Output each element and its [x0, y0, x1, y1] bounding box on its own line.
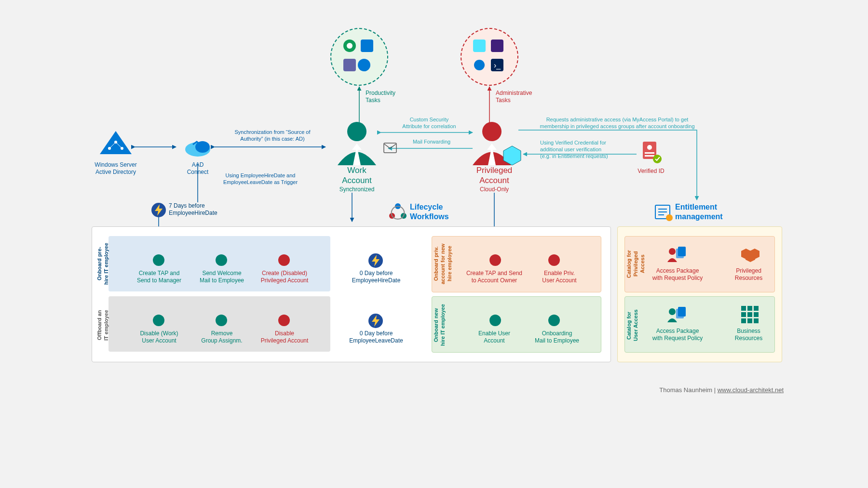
productivity-circle — [330, 28, 388, 86]
row1-dot-c — [278, 254, 290, 266]
svg-point-55 — [666, 214, 673, 221]
diagram-canvas: { "top": { "productivity_label": "Produc… — [80, 0, 788, 398]
timer2-label: 0 Day before EmployeeHireDate — [345, 270, 407, 284]
svg-point-33 — [347, 122, 366, 141]
svg-marker-35 — [352, 144, 362, 150]
svg-rect-75 — [741, 318, 746, 323]
entitlement-title: Entitlement management — [675, 202, 747, 222]
row4-dot-b — [548, 315, 560, 326]
row3-b: Enable Priv. User Account — [528, 270, 591, 284]
row2-dot-a — [153, 315, 164, 326]
cat2-b: Business Resources — [726, 328, 772, 342]
verified-id-icon — [639, 140, 663, 168]
priv-account-icon — [465, 119, 523, 167]
mail-fwd-label: Mail Forwarding — [407, 139, 456, 145]
cat1-label: Catalog for Privileged Access — [626, 240, 646, 288]
work-account-title: Work Account Synchronized — [326, 165, 388, 193]
aad-label: AAD Connect — [183, 161, 212, 176]
row1-c: Create (Disabled) Privileged Account — [253, 270, 316, 284]
row2-label: Offboard an IT employee — [96, 303, 110, 347]
lifecycle-title: Lifecycle Workflows — [410, 202, 463, 222]
row3-a: Create TAP and Send to Account Owner — [461, 270, 528, 284]
svg-rect-72 — [741, 312, 746, 317]
trigger-label: Using EmployeeHireDate and EmployeeLeave… — [212, 172, 309, 186]
svg-marker-39 — [487, 144, 497, 150]
work-sub: Synchronized — [326, 186, 388, 193]
row2-b: Remove Group Assignm. — [190, 330, 253, 344]
productivity-label: Productivity Tasks — [366, 90, 395, 104]
sync-label: Synchronization from “Source of Authorit… — [222, 129, 323, 143]
svg-point-66 — [669, 308, 676, 315]
svg-rect-20 — [473, 40, 486, 52]
custom-sec-label: Custom Security Attribute for correlatio… — [393, 117, 465, 130]
requests-label: Requests administrative access (via MyAc… — [530, 117, 704, 130]
svg-rect-70 — [747, 306, 752, 311]
verified-cred-label: Using Verified Credential for additional… — [540, 140, 632, 159]
svg-point-45 — [653, 155, 662, 163]
windows-server-ad-icon — [99, 130, 133, 160]
row2-dot-c — [278, 315, 290, 326]
site: www.cloud-architekt.net — [718, 386, 784, 394]
envelope-icon — [383, 143, 397, 155]
svg-rect-44 — [645, 155, 654, 157]
svg-rect-62 — [678, 247, 686, 256]
lifecycle-icon — [388, 202, 407, 223]
timer3-label: 0 Day before EmployeeLeaveDate — [345, 330, 407, 344]
priv-account-title: Privileged Account Cloud-Only — [461, 165, 528, 193]
svg-rect-36 — [384, 143, 396, 153]
cat2-a: Access Package with Request Policy — [644, 328, 711, 342]
row1-dot-b — [216, 254, 227, 266]
cat2-icon-b — [741, 306, 759, 325]
entitlement-icon — [653, 202, 673, 223]
row4-dot-a — [489, 315, 501, 326]
verified-id-label: Verified ID — [632, 168, 670, 175]
attribution: Thomas Naunheim | www.cloud-architekt.ne… — [659, 386, 784, 394]
svg-rect-43 — [645, 152, 654, 154]
priv-sub: Cloud-Only — [461, 186, 528, 193]
svg-point-37 — [482, 122, 502, 141]
row1-dot-a — [153, 254, 164, 266]
svg-rect-76 — [747, 318, 752, 323]
row2-a: Disable (Work) User Account — [128, 330, 190, 344]
svg-rect-68 — [678, 307, 686, 317]
row2-dot-b — [216, 315, 227, 326]
timer1-icon — [151, 202, 166, 219]
cat1-a: Access Package with Request Policy — [644, 267, 711, 282]
row4-b: Onboarding Mail to Employee — [523, 330, 591, 344]
row3-dot-b — [548, 254, 560, 266]
svg-point-60 — [669, 248, 676, 255]
ad-label: Windows Server Active Directory — [89, 161, 142, 176]
row4-label: Onboard new hire IT employee — [433, 301, 447, 349]
timer1-label: 7 Days before EmployeeHireDate — [169, 202, 231, 217]
timer3-icon — [368, 313, 383, 330]
cat1-b: Privileged Resources — [726, 267, 772, 282]
aad-connect-icon — [183, 135, 212, 160]
row1-label: Onboard pre- hire IT employee — [96, 241, 110, 287]
priv-title: Privileged Account — [461, 165, 528, 186]
svg-rect-19 — [343, 59, 356, 71]
svg-point-42 — [647, 145, 652, 150]
admin-circle: ›_ — [461, 28, 518, 86]
svg-rect-69 — [741, 306, 746, 311]
svg-rect-21 — [491, 40, 503, 52]
row2-c: Disable Privileged Account — [253, 330, 316, 344]
cat1-icon-b — [740, 246, 760, 265]
cat2-icon-a — [665, 306, 686, 326]
svg-rect-77 — [754, 318, 759, 323]
row3-label: Onboard priv. account for new hire emplo… — [433, 238, 453, 289]
cat2-label: Catalog for User Access — [626, 303, 639, 348]
admin-label: Administrative Tasks — [496, 90, 532, 104]
work-account-icon — [330, 119, 383, 167]
row1-b: Send Welcome Mail to Employee — [190, 270, 253, 284]
svg-rect-71 — [754, 306, 759, 311]
svg-text:›_: ›_ — [494, 61, 501, 70]
svg-point-17 — [347, 43, 353, 49]
work-title: Work Account — [326, 165, 388, 186]
svg-point-22 — [474, 60, 485, 70]
svg-rect-74 — [754, 312, 759, 317]
row4-a: Enable User Account — [463, 330, 526, 344]
timer2-icon — [368, 253, 383, 270]
row3-dot-a — [489, 254, 501, 266]
svg-rect-18 — [361, 40, 373, 52]
svg-rect-73 — [747, 312, 752, 317]
